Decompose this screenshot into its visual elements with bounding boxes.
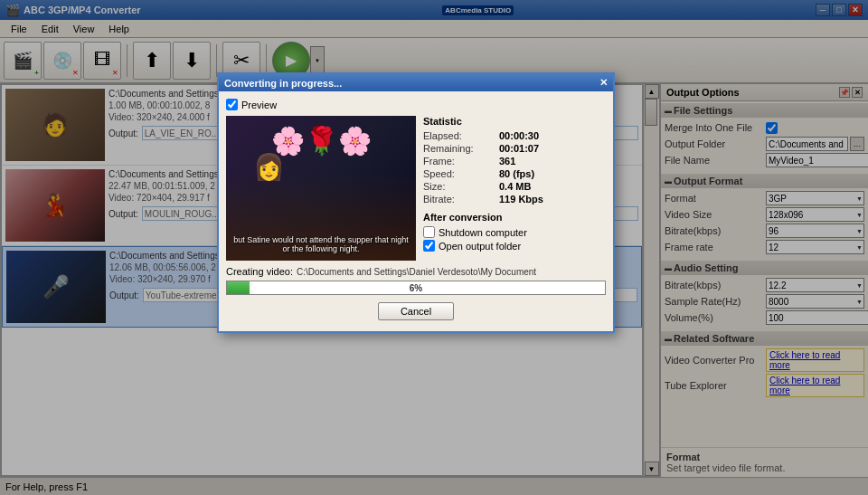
stat-speed-label: Speed:	[423, 168, 495, 179]
creating-label: Creating video:	[226, 266, 293, 277]
stat-size-value: 0.4 MB	[499, 181, 531, 192]
open-output-row: Open output folder	[423, 240, 606, 252]
open-output-checkbox[interactable]	[423, 240, 435, 252]
open-output-label: Open output folder	[439, 241, 521, 252]
modal-overlay: Converting in progress... ✕ Preview 🌸🌹🌸	[0, 0, 868, 495]
stat-remaining-value: 00:01:07	[499, 143, 539, 154]
modal-content-row: 🌸🌹🌸 👩 but Satine would not attend the su…	[226, 116, 606, 261]
stat-speed-value: 80 (fps)	[499, 168, 534, 179]
cancel-button[interactable]: Cancel	[378, 302, 454, 320]
stats-panel: Statistic Elapsed: 00:00:30 Remaining: 0…	[423, 116, 606, 261]
preview-checkbox[interactable]	[226, 99, 238, 110]
stat-bitrate-label: Bitrate:	[423, 194, 495, 205]
creating-path: C:\Documents and Settings\Daniel Verdeso…	[297, 267, 606, 277]
shutdown-label: Shutdown computer	[439, 227, 527, 238]
shutdown-row: Shutdown computer	[423, 226, 606, 238]
stat-frame-label: Frame:	[423, 156, 495, 167]
after-conversion-title: After conversion	[423, 212, 606, 223]
preview-label: Preview	[241, 100, 277, 110]
stat-remaining-label: Remaining:	[423, 143, 495, 154]
video-subtitle: but Satine would not attend the supper t…	[230, 235, 412, 253]
shutdown-checkbox[interactable]	[423, 226, 435, 238]
video-figure: 👩	[253, 152, 285, 182]
stat-size-label: Size:	[423, 181, 495, 192]
after-conversion: After conversion Shutdown computer Open …	[423, 212, 606, 252]
modal-body: Preview 🌸🌹🌸 👩 but Satine would not atten…	[219, 91, 613, 331]
stat-speed: Speed: 80 (fps)	[423, 168, 606, 179]
stat-elapsed-label: Elapsed:	[423, 130, 495, 141]
stats-title: Statistic	[423, 116, 606, 127]
preview-row: Preview	[226, 99, 606, 110]
progress-text: 6%	[410, 283, 422, 293]
video-preview: 🌸🌹🌸 👩 but Satine would not attend the su…	[226, 116, 416, 261]
stat-remaining: Remaining: 00:01:07	[423, 143, 606, 154]
stat-bitrate: Bitrate: 119 Kbps	[423, 194, 606, 205]
modal-title-bar: Converting in progress... ✕	[219, 74, 613, 91]
stat-frame: Frame: 361	[423, 156, 606, 167]
modal-footer: Cancel	[226, 299, 606, 324]
modal-close-button[interactable]: ✕	[599, 77, 608, 89]
stat-size: Size: 0.4 MB	[423, 181, 606, 192]
progress-bar: 6%	[226, 281, 606, 295]
progress-fill	[227, 281, 250, 294]
stat-frame-value: 361	[499, 156, 515, 167]
modal-title: Converting in progress...	[224, 78, 342, 89]
stat-bitrate-value: 119 Kbps	[499, 194, 543, 205]
converting-dialog: Converting in progress... ✕ Preview 🌸🌹🌸	[217, 72, 615, 333]
creating-row: Creating video: C:\Documents and Setting…	[226, 266, 606, 277]
stat-elapsed: Elapsed: 00:00:30	[423, 130, 606, 141]
stat-elapsed-value: 00:00:30	[499, 130, 539, 141]
